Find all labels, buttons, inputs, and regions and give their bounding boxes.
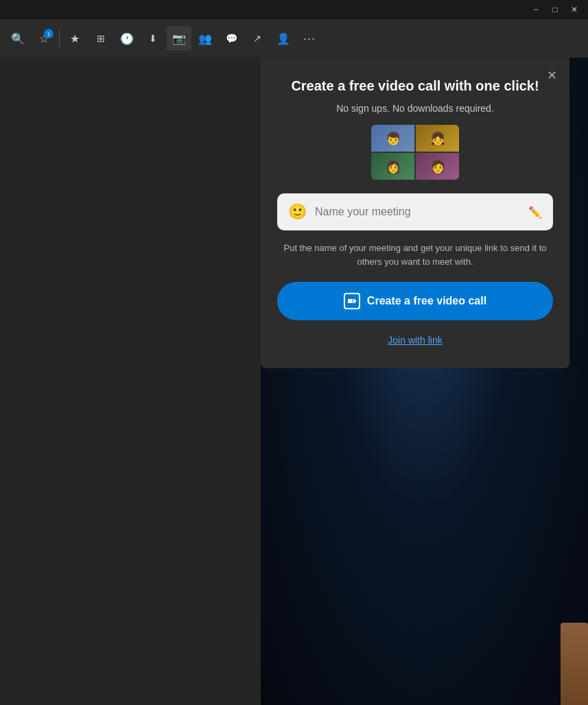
screenshot-toolbar-btn[interactable]: ⊞ — [89, 26, 113, 51]
popup-close-button[interactable]: ✕ — [542, 66, 561, 85]
popup-title: Create a free video call with one click! — [277, 77, 553, 95]
preview-person-4: 🧑 — [416, 153, 459, 180]
favorites-toolbar-btn[interactable]: ☆ 1 — [32, 26, 56, 51]
popup-description: Put the name of your meeting and get you… — [277, 241, 553, 268]
preview-person-2: 👧 — [416, 125, 459, 152]
history-icon: 🕐 — [120, 32, 134, 45]
share-icon: ↗ — [253, 33, 261, 44]
video-call-icon: 📷 — [172, 32, 186, 45]
video-call-popup: ✕ Create a free video call with one clic… — [261, 58, 569, 368]
favorites-badge: 1 — [44, 29, 54, 38]
browser-toolbar: 🔍 ☆ 1 ★ ⊞ 🕐 ⬇ 📷 👥 💬 ↗ 👤 ··· — [0, 19, 588, 58]
screenshot-icon: ⊞ — [97, 33, 105, 44]
people-toolbar-btn[interactable]: 👥 — [193, 26, 217, 51]
downloads-toolbar-btn[interactable]: ⬇ — [141, 26, 165, 51]
join-link-container: Join with link — [277, 334, 553, 346]
edit-icon: ✏️ — [528, 206, 542, 219]
preview-cell-4: 🧑 — [416, 153, 459, 180]
create-video-call-button[interactable]: Create a free video call — [277, 282, 553, 320]
history-toolbar-btn[interactable]: 🕐 — [115, 26, 139, 51]
collections-toolbar-btn[interactable]: ★ — [62, 26, 87, 51]
video-btn-icon — [344, 293, 360, 309]
toolbar-divider-1 — [59, 30, 60, 47]
preview-cell-1: 👦 — [371, 125, 414, 152]
svg-rect-0 — [348, 299, 353, 303]
preview-cell-3: 👩 — [371, 153, 414, 180]
people-icon: 👥 — [198, 32, 212, 45]
more-toolbar-btn[interactable]: ··· — [297, 26, 322, 51]
browser-chrome: − □ ✕ — [0, 0, 588, 19]
emoji-icon: 🙂 — [288, 203, 307, 221]
close-button[interactable]: ✕ — [566, 1, 583, 18]
meeting-name-input[interactable] — [315, 206, 520, 218]
downloads-icon: ⬇ — [149, 33, 157, 44]
skype-toolbar-btn[interactable]: 💬 — [219, 26, 244, 51]
profile-icon: 👤 — [277, 32, 290, 45]
preview-person-3: 👩 — [371, 153, 414, 180]
restore-button[interactable]: □ — [547, 1, 563, 18]
preview-person-1: 👦 — [371, 125, 414, 152]
profile-toolbar-btn[interactable]: 👤 — [271, 26, 296, 51]
skype-icon: 💬 — [226, 33, 237, 44]
decorative-shape — [561, 623, 588, 705]
video-svg-icon — [348, 298, 356, 304]
more-icon: ··· — [303, 32, 316, 46]
video-call-toolbar-btn[interactable]: 📷 — [167, 26, 191, 51]
join-with-link[interactable]: Join with link — [388, 335, 442, 346]
create-btn-label: Create a free video call — [367, 295, 486, 307]
minimize-button[interactable]: − — [528, 1, 544, 18]
collections-icon: ★ — [70, 32, 80, 45]
left-panel — [0, 58, 261, 705]
svg-marker-1 — [353, 298, 356, 304]
zoom-toolbar-btn[interactable]: 🔍 — [5, 26, 30, 51]
meeting-preview-image: 👦 👧 👩 🧑 — [371, 125, 459, 180]
preview-cell-2: 👧 — [416, 125, 459, 152]
share-toolbar-btn[interactable]: ↗ — [245, 26, 270, 51]
meeting-input-container[interactable]: 🙂 ✏️ — [277, 193, 553, 230]
zoom-icon: 🔍 — [11, 32, 25, 45]
popup-subtitle: No sign ups. No downloads required. — [277, 103, 553, 114]
